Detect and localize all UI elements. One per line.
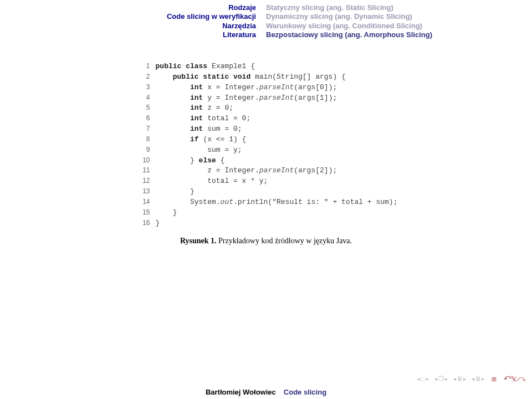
code-line: 15 }	[135, 208, 398, 218]
nav-back-forward-icon[interactable]: ↶੧૮↷	[504, 374, 525, 383]
code-text: if (x <= 1) {	[156, 135, 247, 145]
code-text: System.out.println("Result is: " + total…	[156, 197, 398, 208]
code-line: 8 if (x <= 1) {	[135, 135, 398, 145]
code-text: total = x * y;	[156, 176, 268, 187]
outline-subsection[interactable]: Bezpostaciowy slicing (ang. Amorphous Sl…	[266, 30, 432, 39]
outline-subsection[interactable]: Statyczny slicing (ang. Static Slicing)	[266, 3, 393, 12]
nav-section-group[interactable]: ◂≣▸	[453, 375, 466, 382]
slide-content: 1public class Example1 {2 public static …	[0, 45, 532, 245]
line-number: 2	[135, 72, 156, 83]
caption-text: Przykładowy kod źródłowy w języku Java.	[217, 237, 352, 245]
outline-section[interactable]: Narzędzia	[222, 22, 256, 30]
line-number: 4	[135, 93, 156, 104]
code-line: 7 int sum = 0;	[135, 124, 398, 135]
nav-subsection-group[interactable]: ◂≣▸	[472, 375, 484, 382]
beamer-nav-bar: ◂□▸ ◂❐▸ ◂≣▸ ◂≣▸ ≣ ↶੧૮↷	[417, 374, 525, 383]
line-number: 13	[135, 187, 156, 197]
nav-slide-group[interactable]: ◂□▸	[417, 376, 429, 382]
nav-frame-group[interactable]: ◂❐▸	[434, 375, 448, 382]
code-line: 13 }	[135, 187, 398, 197]
code-line: 10 } else {	[135, 156, 398, 166]
code-line: 16}	[135, 218, 398, 229]
line-number: 10	[135, 156, 156, 166]
code-listing: 1public class Example1 {2 public static …	[135, 62, 398, 229]
code-text: }	[156, 218, 160, 229]
line-number: 3	[135, 83, 156, 93]
caption-label: Rysunek 1.	[180, 237, 217, 245]
outline-section[interactable]: Literatura	[223, 30, 256, 39]
code-text: }	[156, 208, 177, 218]
line-number: 11	[135, 166, 156, 176]
outline-left: RodzajeCode slicing w weryfikacjiNarzędz…	[0, 3, 266, 39]
code-text: public class Example1 {	[156, 62, 255, 72]
line-number: 6	[135, 114, 156, 124]
outline-section[interactable]: Rodzaje	[228, 3, 256, 12]
line-number: 14	[135, 197, 156, 208]
line-number: 15	[135, 208, 156, 218]
code-line: 4 int y = Integer.parseInt(args[1]);	[135, 93, 398, 104]
code-line: 14 System.out.println("Result is: " + to…	[135, 197, 398, 208]
line-number: 5	[135, 103, 156, 114]
code-text: } else {	[156, 156, 225, 166]
code-line: 11 z = Integer.parseInt(args[2]);	[135, 166, 398, 176]
line-number: 8	[135, 135, 156, 145]
code-text: int total = 0;	[156, 114, 251, 124]
slide-header: RodzajeCode slicing w weryfikacjiNarzędz…	[0, 0, 532, 45]
code-line: 9 sum = y;	[135, 145, 398, 156]
code-line: 1public class Example1 {	[135, 62, 398, 72]
outline-section[interactable]: Code slicing w weryfikacji	[167, 12, 256, 21]
code-text: int y = Integer.parseInt(args[1]);	[156, 93, 337, 104]
code-text: }	[156, 187, 195, 197]
code-line: 2 public static void main(String[] args)…	[135, 72, 398, 83]
line-number: 16	[135, 218, 156, 229]
code-text: int z = 0;	[156, 103, 233, 114]
nav-mode-icon[interactable]: ≣	[491, 375, 497, 383]
slide-footer: Bartłomiej Wołowiec Code slicing	[0, 385, 532, 399]
line-number: 1	[135, 62, 156, 72]
figure-caption: Rysunek 1. Przykładowy kod źródłowy w ję…	[180, 237, 352, 245]
code-text: sum = y;	[156, 145, 242, 156]
outline-subsection[interactable]: Dynamiczny slicing (ang. Dynamic Slicing…	[266, 12, 412, 21]
code-line: 3 int x = Integer.parseInt(args[0]);	[135, 83, 398, 93]
footer-title: Code slicing	[284, 388, 326, 396]
code-text: int x = Integer.parseInt(args[0]);	[156, 83, 337, 93]
line-number: 7	[135, 124, 156, 135]
outline-subsection[interactable]: Warunkowy slicing (ang. Conditioned Slic…	[266, 22, 422, 30]
outline-right: Statyczny slicing (ang. Static Slicing)D…	[266, 3, 532, 39]
line-number: 12	[135, 176, 156, 187]
code-text: int sum = 0;	[156, 124, 242, 135]
code-text: z = Integer.parseInt(args[2]);	[156, 166, 337, 176]
code-line: 5 int z = 0;	[135, 103, 398, 114]
footer-author: Bartłomiej Wołowiec	[206, 388, 276, 396]
code-text: public static void main(String[] args) {	[156, 72, 346, 83]
line-number: 9	[135, 145, 156, 156]
code-line: 12 total = x * y;	[135, 176, 398, 187]
code-line: 6 int total = 0;	[135, 114, 398, 124]
